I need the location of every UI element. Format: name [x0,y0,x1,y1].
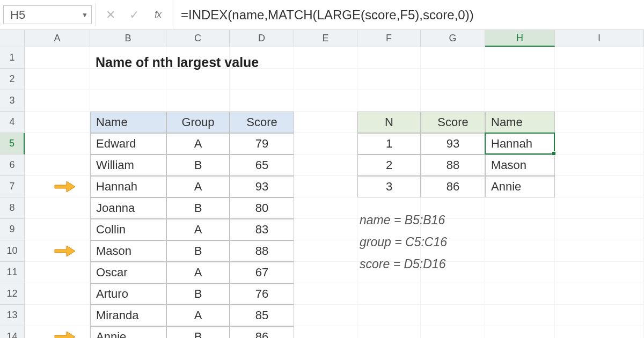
cell[interactable] [555,155,644,176]
cell[interactable] [555,262,644,283]
cell[interactable] [555,133,644,155]
dropdown-icon[interactable]: ▼ [82,11,88,19]
cell[interactable] [90,69,166,90]
cell[interactable] [25,240,90,262]
cell[interactable] [485,262,555,283]
cell[interactable] [555,112,644,133]
table1-header-score[interactable]: Score [230,112,294,133]
cell[interactable] [485,240,555,262]
row-header-3[interactable]: 3 [0,90,25,112]
table1-name[interactable]: Hannah [90,176,166,197]
cell[interactable] [555,69,644,90]
col-header-b[interactable]: B [90,30,166,47]
table2-score[interactable]: 88 [421,155,485,176]
cell[interactable] [294,262,357,283]
table2-name[interactable]: Hannah [485,133,555,155]
table1-group[interactable]: B [166,155,230,176]
cell[interactable] [294,90,357,112]
col-header-a[interactable]: A [25,30,90,47]
cell[interactable] [230,69,294,90]
cell[interactable] [294,326,357,338]
table1-score[interactable]: 83 [230,219,294,240]
cell[interactable] [294,305,357,326]
table1-header-group[interactable]: Group [166,112,230,133]
table1-group[interactable]: A [166,133,230,155]
cell[interactable] [294,240,357,262]
cancel-icon[interactable]: ✕ [105,8,116,22]
table1-score[interactable]: 76 [230,283,294,305]
cell[interactable] [357,69,421,90]
table1-score[interactable]: 80 [230,197,294,219]
row-header-1[interactable]: 1 [0,47,25,69]
table1-name[interactable]: Collin [90,219,166,240]
cell[interactable] [421,69,485,90]
cell[interactable] [25,326,90,338]
table2-n[interactable]: 2 [357,155,421,176]
row-header-2[interactable]: 2 [0,69,25,90]
col-header-f[interactable]: F [357,30,421,47]
cell[interactable] [25,112,90,133]
cell[interactable] [357,90,421,112]
cell[interactable] [555,176,644,197]
col-header-c[interactable]: C [166,30,230,47]
cell[interactable] [25,47,90,69]
cell[interactable] [294,47,357,69]
cell[interactable] [25,69,90,90]
cell[interactable] [294,176,357,197]
table1-score[interactable]: 93 [230,176,294,197]
cell[interactable] [485,283,555,305]
cell[interactable] [421,47,485,69]
select-all-corner[interactable] [0,30,25,47]
table1-name[interactable]: Joanna [90,197,166,219]
table1-header-name[interactable]: Name [90,112,166,133]
table1-name[interactable]: Miranda [90,305,166,326]
table1-group[interactable]: B [166,326,230,338]
cell[interactable] [357,326,421,338]
cell[interactable] [294,219,357,240]
cell[interactable] [555,197,644,219]
cell[interactable] [485,219,555,240]
cell[interactable] [555,326,644,338]
col-header-i[interactable]: I [555,30,644,47]
cell[interactable] [421,305,485,326]
table2-header-score[interactable]: Score [421,112,485,133]
cell[interactable] [555,219,644,240]
table1-name[interactable]: Arturo [90,283,166,305]
cell[interactable] [555,305,644,326]
row-header-5[interactable]: 5 [0,133,25,155]
cell[interactable] [357,305,421,326]
cell[interactable] [485,197,555,219]
table1-group[interactable]: A [166,176,230,197]
cell[interactable] [294,112,357,133]
table2-score[interactable]: 86 [421,176,485,197]
cell[interactable] [25,90,90,112]
col-header-h[interactable]: H [485,30,555,47]
cell[interactable] [230,90,294,112]
formula-input[interactable]: =INDEX(name,MATCH(LARGE(score,F5),score,… [173,0,644,30]
cell[interactable] [357,47,421,69]
row-header-13[interactable]: 13 [0,305,25,326]
cell[interactable] [294,197,357,219]
table1-name[interactable]: William [90,155,166,176]
table2-header-n[interactable]: N [357,112,421,133]
cell[interactable] [25,176,90,197]
cell[interactable] [25,133,90,155]
table1-name[interactable]: Edward [90,133,166,155]
cell[interactable] [25,283,90,305]
table2-name[interactable]: Annie [485,176,555,197]
cell[interactable] [166,90,230,112]
cell[interactable] [25,197,90,219]
table1-score[interactable]: 79 [230,133,294,155]
cell[interactable] [555,47,644,69]
cell[interactable] [294,283,357,305]
confirm-icon[interactable]: ✓ [129,8,140,22]
table1-name[interactable]: Mason [90,240,166,262]
table1-name[interactable]: Annie [90,326,166,338]
cell[interactable] [485,90,555,112]
cell[interactable] [555,283,644,305]
row-header-6[interactable]: 6 [0,155,25,176]
col-header-g[interactable]: G [421,30,485,47]
row-header-11[interactable]: 11 [0,262,25,283]
table1-group[interactable]: B [166,240,230,262]
table1-score[interactable]: 67 [230,262,294,283]
